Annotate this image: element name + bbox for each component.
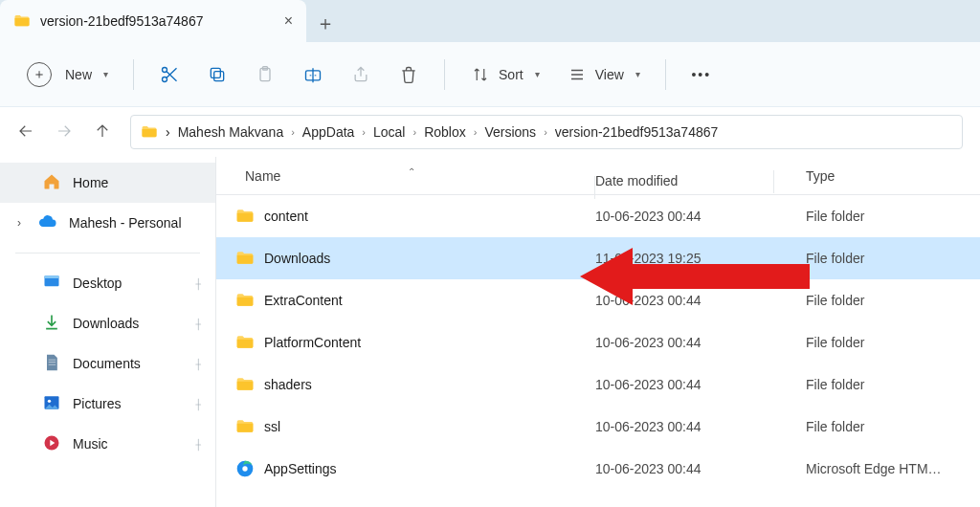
svg-rect-2 — [214, 71, 224, 80]
folder-icon — [235, 417, 255, 436]
file-date: 10-06-2023 00:44 — [595, 293, 806, 308]
delete-button[interactable] — [389, 55, 429, 94]
sort-button[interactable]: Sort ▾ — [460, 55, 549, 94]
separator — [665, 59, 666, 90]
file-name: shaders — [264, 377, 312, 392]
file-row[interactable]: PlatformContent10-06-2023 00:44File fold… — [216, 321, 980, 364]
new-button[interactable]: ＋ New ▾ — [17, 55, 118, 94]
file-date: 10-06-2023 00:44 — [595, 377, 806, 392]
music-icon — [42, 433, 61, 455]
separator — [15, 253, 200, 254]
view-icon — [567, 66, 588, 83]
breadcrumb-item[interactable]: Mahesh Makvana› — [178, 124, 295, 140]
new-tab-button[interactable]: ＋ — [306, 4, 345, 42]
file-name: ExtraContent — [264, 293, 343, 308]
sidebar-item-desktop[interactable]: Desktop ⟊ — [0, 263, 215, 303]
chevron-down-icon: ▾ — [103, 69, 108, 79]
cut-button[interactable] — [149, 55, 189, 94]
column-date[interactable]: Date modified — [595, 163, 806, 188]
paste-button[interactable] — [245, 55, 285, 94]
pin-icon[interactable]: ⟊ — [194, 316, 202, 331]
svg-rect-8 — [45, 276, 59, 278]
breadcrumb-item[interactable]: Roblox› — [424, 124, 477, 140]
pin-icon[interactable]: ⟊ — [194, 396, 202, 411]
more-button[interactable]: ••• — [681, 55, 722, 94]
file-type: File folder — [806, 335, 980, 350]
sidebar-item-pictures[interactable]: Pictures ⟊ — [0, 384, 215, 424]
sidebar-label: Pictures — [73, 396, 122, 411]
column-headers[interactable]: ⌃ Name Date modified Type — [216, 157, 980, 195]
share-button[interactable] — [341, 55, 381, 94]
sort-icon — [470, 66, 491, 83]
sidebar-label: Desktop — [73, 276, 122, 291]
breadcrumb-item[interactable]: Local› — [373, 124, 416, 140]
cloud-icon — [38, 212, 57, 234]
column-name[interactable]: ⌃ Name — [216, 168, 595, 184]
file-date: 10-06-2023 00:44 — [595, 419, 806, 434]
file-date: 10-06-2023 00:44 — [595, 461, 806, 476]
file-type: File folder — [806, 377, 980, 392]
folder-icon — [235, 375, 255, 394]
copy-button[interactable] — [197, 55, 237, 94]
rename-icon — [302, 65, 323, 84]
document-icon — [42, 353, 61, 375]
folder-icon — [235, 291, 255, 310]
sort-label: Sort — [499, 67, 523, 82]
file-list: ⌃ Name Date modified Type content10-06-2… — [216, 157, 980, 507]
sort-caret-icon: ⌃ — [408, 166, 415, 177]
sidebar-item-onedrive[interactable]: › Mahesh - Personal — [0, 203, 215, 243]
file-row[interactable]: Downloads11-06-2023 19:25File folder — [216, 237, 980, 279]
svg-point-13 — [242, 466, 247, 471]
file-row[interactable]: AppSettings10-06-2023 00:44Microsoft Edg… — [216, 448, 980, 490]
pin-icon[interactable]: ⟊ — [194, 356, 202, 371]
file-date: 10-06-2023 00:44 — [595, 335, 806, 350]
chevron-down-icon: ▾ — [535, 69, 540, 79]
pin-icon[interactable]: ⟊ — [194, 276, 202, 291]
svg-point-0 — [163, 77, 167, 81]
chevron-right-icon[interactable]: › — [17, 216, 27, 230]
sidebar-item-home[interactable]: Home — [0, 163, 215, 203]
file-row[interactable]: ExtraContent10-06-2023 00:44File folder — [216, 279, 980, 321]
file-date: 11-06-2023 19:25 — [595, 251, 806, 266]
view-button[interactable]: View ▾ — [557, 55, 650, 94]
ellipsis-icon: ••• — [691, 67, 712, 82]
file-row[interactable]: shaders10-06-2023 00:44File folder — [216, 364, 980, 406]
breadcrumb-item[interactable]: version-21bedf9513a74867 — [555, 124, 718, 140]
sidebar-label: Documents — [73, 356, 141, 371]
edge-icon — [235, 459, 255, 478]
nav-row: › Mahesh Makvana› AppData› Local› Roblox… — [0, 107, 980, 157]
new-label: New — [65, 67, 92, 82]
breadcrumb-item[interactable]: Versions› — [484, 124, 546, 140]
sidebar-label: Home — [73, 175, 108, 190]
separator — [444, 59, 445, 90]
chevron-right-icon: › — [166, 124, 170, 140]
sidebar-item-documents[interactable]: Documents ⟊ — [0, 343, 215, 384]
picture-icon — [42, 393, 61, 415]
breadcrumb[interactable]: › Mahesh Makvana› AppData› Local› Roblox… — [130, 115, 963, 149]
sidebar-item-downloads[interactable]: Downloads ⟊ — [0, 303, 215, 343]
pin-icon[interactable]: ⟊ — [194, 436, 202, 452]
up-button[interactable] — [94, 122, 111, 143]
file-row[interactable]: content10-06-2023 00:44File folder — [216, 195, 980, 237]
svg-rect-3 — [211, 68, 220, 77]
file-type: File folder — [806, 251, 980, 266]
scissors-icon — [159, 65, 180, 84]
home-icon — [42, 172, 61, 194]
file-name: content — [264, 209, 308, 224]
copy-icon — [207, 65, 228, 84]
back-button[interactable] — [17, 122, 34, 143]
file-type: File folder — [806, 209, 980, 224]
file-type: Microsoft Edge HTM… — [806, 461, 980, 476]
file-row[interactable]: ssl10-06-2023 00:44File folder — [216, 406, 980, 448]
tab-strip: version-21bedf9513a74867 × ＋ — [0, 0, 980, 42]
tab-active[interactable]: version-21bedf9513a74867 × — [0, 0, 306, 42]
close-icon[interactable]: × — [284, 12, 293, 30]
folder-icon — [235, 249, 255, 268]
sidebar-item-music[interactable]: Music ⟊ — [0, 424, 215, 464]
rename-button[interactable] — [293, 55, 333, 94]
forward-button[interactable] — [56, 122, 73, 143]
column-type[interactable]: Type — [806, 168, 980, 184]
file-type: File folder — [806, 419, 980, 434]
file-date: 10-06-2023 00:44 — [595, 209, 806, 224]
breadcrumb-item[interactable]: AppData› — [302, 124, 366, 140]
